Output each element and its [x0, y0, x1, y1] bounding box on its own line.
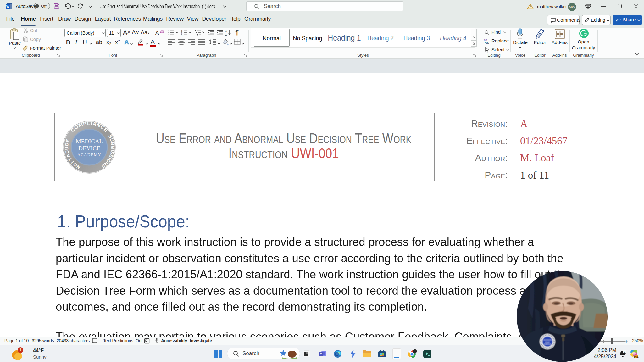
svg-text:U: U: [64, 147, 69, 150]
svg-text:2: 2: [624, 350, 625, 353]
svg-text:PRE: PRE: [634, 356, 639, 358]
svg-text:3: 3: [181, 34, 182, 36]
svg-text:T: T: [320, 353, 322, 356]
svg-text:DEVICE: DEVICE: [78, 145, 100, 152]
svg-text:A: A: [155, 30, 159, 36]
svg-text:ac: ac: [486, 41, 489, 44]
svg-text:MEDICAL: MEDICAL: [76, 138, 103, 145]
svg-text:Z: Z: [225, 33, 227, 36]
svg-text:JACKSON: JACKSON: [543, 339, 552, 341]
svg-text:1: 1: [19, 348, 22, 352]
svg-text:D: D: [64, 142, 69, 146]
svg-text:A: A: [225, 30, 227, 33]
svg-text:CIVIC: CIVIC: [545, 341, 550, 343]
svg-text:AMERICA: AMERICA: [544, 343, 551, 345]
svg-text:ACADEMY: ACADEMY: [77, 152, 101, 157]
svg-text:W: W: [6, 4, 10, 8]
